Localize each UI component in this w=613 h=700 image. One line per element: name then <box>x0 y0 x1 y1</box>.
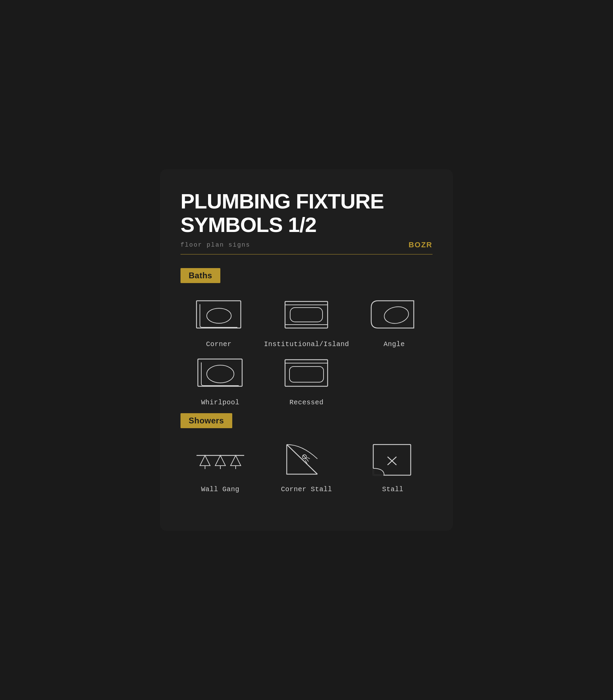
page-title: PLUMBING FIXTURE SYMBOLS 1/2 <box>181 190 432 236</box>
baths-row-1: Corner Institutional/Island <box>181 297 432 348</box>
recessed-bath-item: Recessed <box>267 355 346 406</box>
baths-section-label: Baths <box>181 268 220 283</box>
svg-marker-13 <box>200 455 210 466</box>
corner-stall-shower-item: Corner Stall <box>267 442 346 493</box>
angle-bath-label: Angle <box>383 340 405 348</box>
stall-shower-icon <box>365 442 420 479</box>
corner-bath-item: Corner <box>181 297 257 348</box>
subtitle-row: floor plan signs BOZR <box>181 241 432 249</box>
stall-shower-item: Stall <box>353 442 432 493</box>
recessed-bath-label: Recessed <box>289 399 324 406</box>
institutional-bath-item: Institutional/Island <box>264 297 349 348</box>
angle-bath-icon <box>367 297 421 334</box>
header: PLUMBING FIXTURE SYMBOLS 1/2 floor plan … <box>181 190 432 249</box>
institutional-bath-icon <box>279 297 334 334</box>
angle-bath-item: Angle <box>356 297 432 348</box>
brand-logo: BOZR <box>409 241 432 249</box>
svg-line-19 <box>287 444 317 474</box>
svg-line-22 <box>306 459 309 462</box>
whirlpool-bath-icon <box>193 355 248 392</box>
wall-gang-shower-label: Wall Gang <box>201 485 239 493</box>
corner-bath-icon <box>192 297 246 334</box>
placeholder-item <box>353 355 432 406</box>
svg-rect-25 <box>373 444 411 475</box>
corner-bath-label: Corner <box>206 340 232 348</box>
svg-point-1 <box>207 308 231 323</box>
svg-rect-11 <box>289 366 324 382</box>
svg-point-8 <box>207 365 234 383</box>
svg-marker-15 <box>215 455 225 466</box>
recessed-bath-icon <box>279 355 334 392</box>
svg-marker-17 <box>231 455 241 466</box>
wall-gang-shower-item: Wall Gang <box>181 442 260 493</box>
showers-row: Wall Gang <box>181 442 432 493</box>
showers-section: Showers <box>181 413 432 493</box>
svg-line-23 <box>307 457 310 459</box>
showers-section-label: Showers <box>181 413 232 428</box>
svg-rect-7 <box>198 359 242 386</box>
subtitle: floor plan signs <box>181 242 250 248</box>
baths-row-2: Whirlpool Recessed <box>181 355 432 406</box>
whirlpool-bath-item: Whirlpool <box>181 355 260 406</box>
institutional-bath-label: Institutional/Island <box>264 340 349 348</box>
corner-stall-shower-label: Corner Stall <box>281 485 332 493</box>
svg-rect-0 <box>196 301 241 328</box>
card: PLUMBING FIXTURE SYMBOLS 1/2 floor plan … <box>160 169 453 530</box>
svg-rect-2 <box>285 301 328 328</box>
wall-gang-shower-icon <box>193 442 248 479</box>
whirlpool-bath-label: Whirlpool <box>201 399 239 406</box>
header-divider <box>181 254 432 255</box>
svg-rect-5 <box>290 308 323 322</box>
baths-section: Baths Corner <box>181 268 432 406</box>
stall-shower-label: Stall <box>382 485 404 493</box>
corner-stall-shower-icon <box>279 442 334 479</box>
svg-point-6 <box>383 305 410 325</box>
